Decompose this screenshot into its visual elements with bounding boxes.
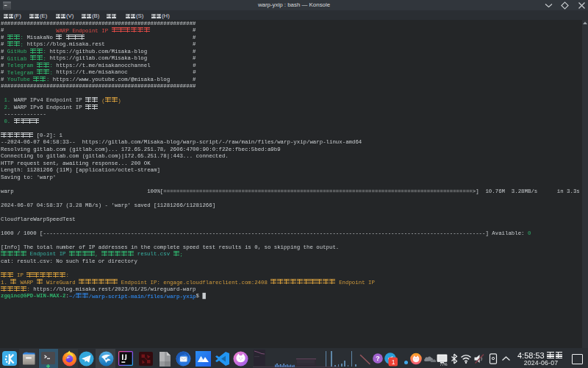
svg-text:1: 1 (392, 358, 395, 366)
svg-text:?: ? (376, 354, 380, 362)
